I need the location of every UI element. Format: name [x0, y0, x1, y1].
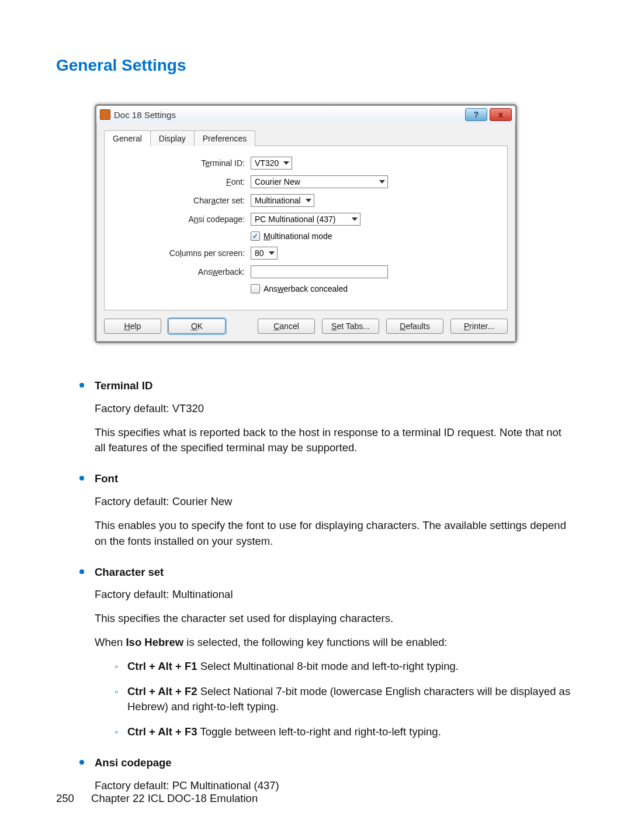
dialog-titlebar: Doc 18 Settings ? x: [96, 106, 515, 123]
chevron-down-icon: [306, 199, 311, 202]
charset-label: Character set:: [116, 196, 251, 205]
terminal-id-select[interactable]: VT320: [251, 157, 292, 170]
doc-item-font: Font Factory default: Courier New This e…: [79, 471, 575, 549]
tab-preferences[interactable]: Preferences: [194, 130, 255, 146]
settings-dialog: Doc 18 Settings ? x General Display Pref…: [95, 104, 517, 343]
multinational-mode-label: Multinational mode: [264, 231, 332, 241]
font-select[interactable]: Courier New: [251, 175, 388, 188]
set-tabs-button[interactable]: Set Tabs...: [322, 319, 379, 334]
ok-button[interactable]: OK: [168, 319, 226, 334]
page-footer: 250 Chapter 22 ICL DOC-18 Emulation: [56, 792, 258, 805]
close-icon[interactable]: x: [490, 108, 512, 121]
doc-sub-item: Ctrl + Alt + F3 Toggle between left-to-r…: [115, 724, 575, 740]
doc-item-title: Ansi codepage: [95, 755, 575, 771]
chapter-label: Chapter 22 ICL DOC-18 Emulation: [91, 792, 258, 804]
doc-item-title: Font: [95, 471, 575, 487]
chevron-down-icon: [379, 180, 385, 184]
tab-strip: General Display Preferences: [104, 130, 508, 146]
dialog-title: Doc 18 Settings: [114, 110, 463, 120]
page-number: 250: [56, 792, 74, 804]
ansi-label: Ansi codepage:: [116, 215, 251, 224]
answerback-concealed-label: Answerback concealed: [264, 284, 348, 293]
columns-select[interactable]: 80: [251, 247, 278, 260]
chevron-down-icon: [269, 251, 275, 255]
charset-select[interactable]: Multinational: [251, 194, 314, 207]
doc-item-body: This specifies what is reported back to …: [95, 425, 575, 457]
columns-label: Columns per screen:: [116, 248, 251, 258]
multinational-mode-checkbox[interactable]: [251, 231, 260, 241]
doc-item-default: Factory default: Courier New: [95, 494, 575, 510]
help-button[interactable]: Help: [104, 319, 161, 334]
doc-sub-item: Ctrl + Alt + F2 Select National 7-bit mo…: [115, 684, 575, 715]
doc-item-body: When Iso Hebrew is selected, the followi…: [95, 635, 575, 651]
answerback-input[interactable]: [251, 265, 388, 278]
defaults-button[interactable]: Defaults: [386, 319, 443, 334]
chevron-down-icon: [283, 161, 289, 165]
section-heading: General Settings: [56, 56, 575, 75]
terminal-id-label: Terminal ID:: [116, 158, 251, 168]
doc-item-default: Factory default: VT320: [95, 401, 575, 417]
answerback-concealed-checkbox[interactable]: [251, 284, 260, 293]
doc-item-default: Factory default: PC Multinational (437): [95, 778, 575, 794]
doc-item-default: Factory default: Multinational: [95, 587, 575, 603]
doc-item-terminal-id: Terminal ID Factory default: VT320 This …: [79, 378, 575, 456]
font-label: Font:: [116, 177, 251, 186]
doc-item-body: This enables you to specify the font to …: [95, 518, 575, 549]
ansi-select[interactable]: PC Multinational (437): [251, 213, 360, 226]
chevron-down-icon: [352, 217, 358, 221]
doc-item-title: Character set: [95, 565, 575, 580]
tab-general[interactable]: General: [104, 130, 151, 146]
cancel-button[interactable]: Cancel: [258, 319, 315, 334]
doc-item-title: Terminal ID: [95, 378, 575, 394]
doc-sub-item: Ctrl + Alt + F1 Select Multinational 8-b…: [115, 659, 575, 675]
help-icon[interactable]: ?: [465, 108, 487, 121]
doc-item-ansi-codepage: Ansi codepage Factory default: PC Multin…: [79, 755, 575, 794]
tab-panel-general: Terminal ID: VT320 Font: Courier New Cha…: [104, 146, 508, 310]
doc-item-body: This specifies the character set used fo…: [95, 611, 575, 627]
app-icon: [100, 109, 110, 120]
printer-button[interactable]: Printer...: [450, 319, 508, 334]
tab-display[interactable]: Display: [150, 130, 195, 146]
answerback-label: Answerback:: [116, 267, 251, 276]
doc-item-character-set: Character set Factory default: Multinati…: [79, 565, 575, 741]
